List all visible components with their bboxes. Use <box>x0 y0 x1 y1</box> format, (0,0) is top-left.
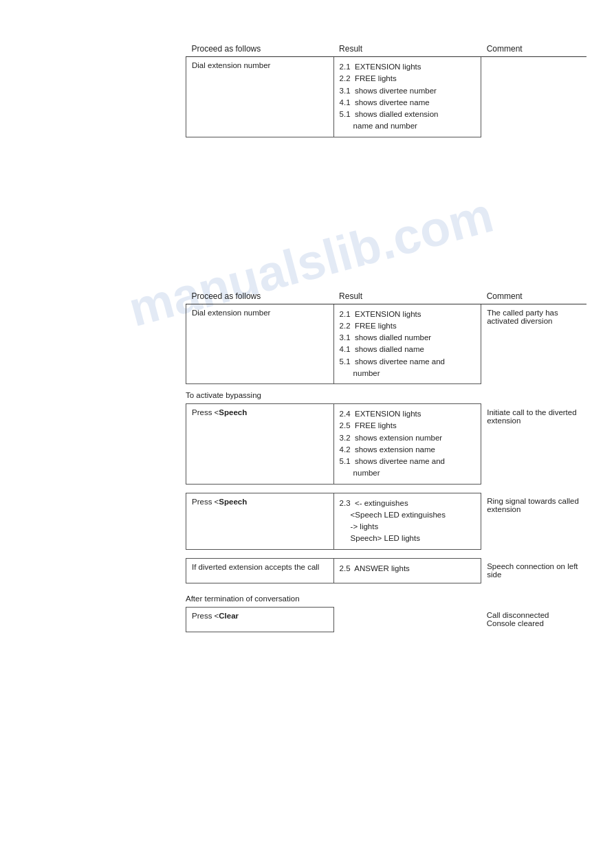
comment-speech-1: Initiate call to the diverted extension <box>481 404 586 485</box>
result-item: 3.1 shows divertee number <box>340 85 476 97</box>
result-item: 5.1 shows dialled extension <box>340 109 476 120</box>
result-list-speech-2: 2.3 <- extinguishes <Speech LED extingui… <box>340 498 476 545</box>
header-result-2: Result <box>333 289 481 304</box>
header-proceed-2: Proceed as follows <box>186 289 334 304</box>
table-row: Press <Speech 2.4 EXTENSION lights 2.5 F… <box>186 404 587 485</box>
proceed-diverted: If diverted extension accepts the call <box>186 558 334 583</box>
header-comment-1: Comment <box>481 41 586 57</box>
activate-label: To activate bypassing <box>186 391 586 399</box>
spacer-1 <box>186 151 586 289</box>
proceed-clear: Press <Clear <box>186 607 334 632</box>
result-item: number <box>340 368 476 379</box>
result-item: 2.1 EXTENSION lights <box>340 309 476 320</box>
result-list-2: 2.1 EXTENSION lights 2.2 FREE lights 3.1… <box>340 309 476 380</box>
result-item: 2.2 FREE lights <box>340 73 476 85</box>
result-cell-1: 2.1 EXTENSION lights 2.2 FREE lights 3.1… <box>333 57 481 137</box>
table-row: Press <Speech 2.3 <- extinguishes <Speec… <box>186 493 587 549</box>
proceed-speech-1: Press <Speech <box>186 404 334 485</box>
result-list-diverted: 2.5 ANSWER lights <box>340 563 476 575</box>
result-diverted: 2.5 ANSWER lights <box>333 558 481 583</box>
header-comment-2: Comment <box>481 289 586 304</box>
table-row: If diverted extension accepts the call 2… <box>186 558 587 583</box>
proceed-cell-1: Dial extension number <box>186 57 334 137</box>
result-item: 2.3 <- extinguishes <box>340 498 476 509</box>
termination-table: Press <Clear Call disconnectedConsole cl… <box>186 607 586 632</box>
result-list-1: 2.1 EXTENSION lights 2.2 FREE lights 3.1… <box>340 61 476 133</box>
result-item: 2.1 EXTENSION lights <box>340 61 476 73</box>
table-row: Press <Clear Call disconnectedConsole cl… <box>186 607 587 632</box>
comment-cell-1 <box>481 57 586 137</box>
result-item: name and number <box>340 120 476 132</box>
result-item: 4.1 shows dialled name <box>340 344 476 355</box>
speech-bold-2: Speech <box>219 498 247 506</box>
proceed-cell-2: Dial extension number <box>186 304 334 384</box>
section1-table: Proceed as follows Result Comment Dial e… <box>186 41 586 137</box>
result-clear <box>333 607 481 632</box>
result-item: 3.1 shows dialled number <box>340 332 476 344</box>
result-item: <Speech LED extinguishes <box>340 509 476 521</box>
proceed-speech-2: Press <Speech <box>186 493 334 549</box>
clear-bold: Clear <box>219 612 239 620</box>
result-list-speech-1: 2.4 EXTENSION lights 2.5 FREE lights 3.2… <box>340 408 476 480</box>
result-item: -> lights <box>340 521 476 533</box>
spacer-row <box>186 484 587 493</box>
result-speech-1: 2.4 EXTENSION lights 2.5 FREE lights 3.2… <box>333 404 481 485</box>
result-item: 2.5 FREE lights <box>340 420 476 432</box>
result-item: Speech> LED lights <box>340 533 476 544</box>
header-result-1: Result <box>333 41 481 57</box>
comment-cell-2: The called party has activated diversion <box>481 304 586 384</box>
result-item: 4.2 shows extension name <box>340 444 476 456</box>
result-item: 2.2 FREE lights <box>340 320 476 332</box>
result-item: 3.2 shows extension number <box>340 432 476 444</box>
table-row: Dial extension number 2.1 EXTENSION ligh… <box>186 57 587 137</box>
speech-bold-1: Speech <box>219 408 247 416</box>
section-2: Proceed as follows Result Comment Dial e… <box>186 289 586 632</box>
result-item: 4.1 shows divertee name <box>340 97 476 109</box>
result-item: number <box>340 467 476 479</box>
result-cell-2: 2.1 EXTENSION lights 2.2 FREE lights 3.1… <box>333 304 481 384</box>
termination-label: After termination of conversation <box>186 594 586 603</box>
header-proceed-1: Proceed as follows <box>186 41 334 57</box>
spacer-row <box>186 549 587 558</box>
section-1: Proceed as follows Result Comment Dial e… <box>186 41 586 137</box>
comment-speech-2: Ring signal towards called extension <box>481 493 586 549</box>
comment-clear: Call disconnectedConsole cleared <box>481 607 586 632</box>
result-item: 5.1 shows divertee name and <box>340 356 476 368</box>
comment-diverted: Speech connection on left side <box>481 558 586 583</box>
section2-extra-table: Press <Speech 2.4 EXTENSION lights 2.5 F… <box>186 403 586 583</box>
section2-table: Proceed as follows Result Comment Dial e… <box>186 289 586 385</box>
result-speech-2: 2.3 <- extinguishes <Speech LED extingui… <box>333 493 481 549</box>
table-row: Dial extension number 2.1 EXTENSION ligh… <box>186 304 587 384</box>
result-item: 2.4 EXTENSION lights <box>340 408 476 420</box>
result-item: 5.1 shows divertee name and <box>340 456 476 467</box>
result-item: 2.5 ANSWER lights <box>340 563 476 575</box>
